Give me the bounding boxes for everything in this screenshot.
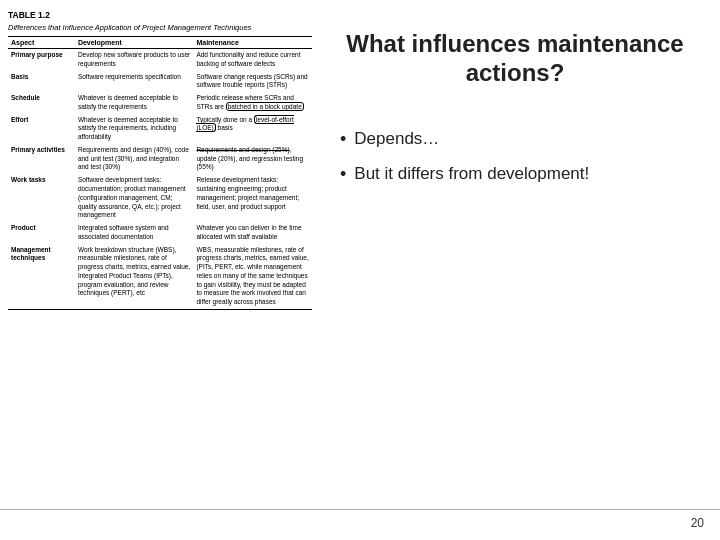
bullet-1: Depends…: [340, 128, 690, 151]
comparison-table: Aspect Development Maintenance Primary p…: [8, 36, 312, 310]
right-panel: What influences maintenance actions? Dep…: [320, 0, 720, 540]
col-maintenance: Maintenance: [193, 37, 312, 49]
cell-maintenance: Requirements and design (25%), update (2…: [193, 144, 312, 174]
cell-development: Software development tasks: documentatio…: [75, 174, 194, 222]
cell-aspect: Primary activities: [8, 144, 75, 174]
table-row: Primary purposeDevelop new software prod…: [8, 49, 312, 71]
bullet-2: But it differs from development!: [340, 163, 690, 186]
cell-aspect: Product: [8, 222, 75, 244]
cell-development: Integrated software system and associate…: [75, 222, 194, 244]
table-subtitle: Differences that Influence Application o…: [8, 23, 312, 32]
cell-maintenance: Release development tasks: sustaining en…: [193, 174, 312, 222]
table-row: ScheduleWhatever is deemed acceptable to…: [8, 92, 312, 114]
col-aspect: Aspect: [8, 37, 75, 49]
bullet-list: Depends… But it differs from development…: [340, 128, 690, 199]
page-number: 20: [691, 516, 704, 530]
cell-aspect: Effort: [8, 114, 75, 144]
cell-development: Requirements and design (40%), code and …: [75, 144, 194, 174]
cell-aspect: Management techniques: [8, 244, 75, 310]
table-row: Management techniquesWork breakdown stru…: [8, 244, 312, 310]
table-row: Primary activitiesRequirements and desig…: [8, 144, 312, 174]
cell-aspect: Work tasks: [8, 174, 75, 222]
cell-aspect: Schedule: [8, 92, 75, 114]
cell-maintenance: Periodic release where SCRs and STRs are…: [193, 92, 312, 114]
table-row: BasisSoftware requirements specification…: [8, 71, 312, 93]
bottom-divider: [0, 509, 720, 510]
cell-development: Software requirements specification: [75, 71, 194, 93]
col-development: Development: [75, 37, 194, 49]
cell-maintenance: Whatever you can deliver in the time all…: [193, 222, 312, 244]
main-title: What influences maintenance actions?: [340, 30, 690, 88]
cell-maintenance: Software change requests (SCRs) and soft…: [193, 71, 312, 93]
cell-development: Whatever is deemed acceptable to satisfy…: [75, 114, 194, 144]
cell-aspect: Primary purpose: [8, 49, 75, 71]
cell-maintenance: Typically done on a level-of-effort (LOE…: [193, 114, 312, 144]
cell-development: Work breakdown structure (WBS), measurab…: [75, 244, 194, 310]
cell-maintenance: Add functionality and reduce current bac…: [193, 49, 312, 71]
table-row: EffortWhatever is deemed acceptable to s…: [8, 114, 312, 144]
cell-development: Develop new software products to user re…: [75, 49, 194, 71]
cell-aspect: Basis: [8, 71, 75, 93]
table-row: ProductIntegrated software system and as…: [8, 222, 312, 244]
cell-maintenance: WBS, measurable milestones, rate of prog…: [193, 244, 312, 310]
table-label: TABLE 1.2: [8, 10, 312, 21]
cell-development: Whatever is deemed acceptable to satisfy…: [75, 92, 194, 114]
table-row: Work tasksSoftware development tasks: do…: [8, 174, 312, 222]
table-panel: TABLE 1.2 Differences that Influence App…: [0, 0, 320, 540]
